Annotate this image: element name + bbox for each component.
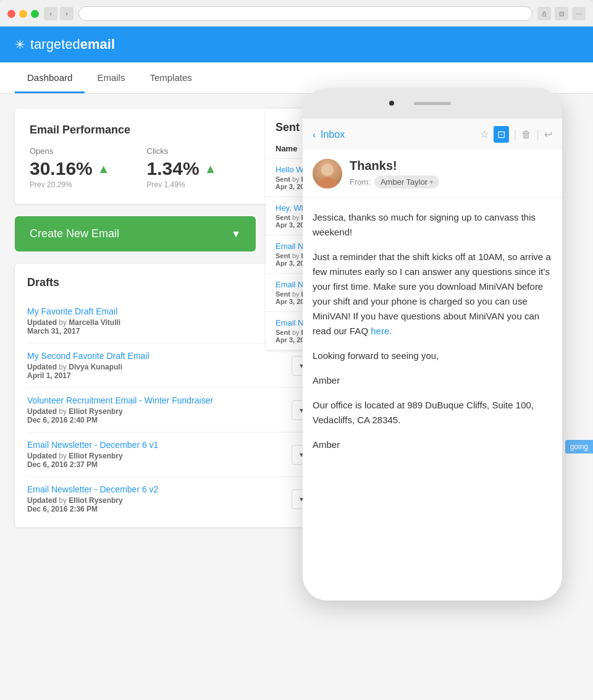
browser-nav-buttons: ‹ ›	[44, 7, 74, 20]
draft-item-info: My Favorite Draft Email Updated by Marce…	[27, 306, 292, 335]
faq-link[interactable]: here.	[371, 326, 392, 336]
clicks-value-row: 1.34% ▲	[147, 158, 217, 179]
email-subject: Thanks!	[350, 159, 552, 173]
draft-author: Elliot Rysenbry	[69, 452, 122, 460]
draft-item-name[interactable]: Email Newsletter - December 6 v2	[27, 484, 292, 494]
draft-author: Divya Kunapuli	[69, 363, 122, 371]
email-body-para-5: Our office is located at 989 DuBuque Cli…	[313, 398, 552, 428]
phone-top	[303, 88, 562, 119]
draft-item-meta: Updated by Elliot Rysenbry Dec 6, 2016 2…	[27, 452, 292, 469]
from-label: From:	[350, 177, 371, 187]
email-body-para-1: Jessica, thanks so much for signing up t…	[313, 210, 552, 240]
updated-label: Updated	[27, 363, 57, 371]
copy-icon[interactable]: ⊡	[494, 126, 509, 143]
clicks-metric: Clicks 1.34% ▲ Prev 1.49%	[147, 146, 217, 189]
browser-window-button[interactable]: ⊡	[555, 7, 568, 20]
from-badge-dropdown-icon: ▾	[430, 179, 433, 185]
browser-menu-button[interactable]: ⋯	[572, 7, 586, 20]
close-traffic-light[interactable]	[7, 10, 15, 18]
email-header-bar: ‹ Inbox ☆ ⊡ | 🗑 | ↩	[303, 119, 562, 150]
email-body: Jessica, thanks so much for signing up t…	[303, 198, 562, 474]
draft-item-name[interactable]: Email Newsletter - December 6 v1	[27, 440, 292, 450]
draft-author: Elliot Rysenbry	[69, 407, 122, 416]
email-body-text-2: Just a reminder that the shift kicks off…	[313, 251, 551, 336]
avatar-image	[313, 159, 342, 188]
action-divider2: |	[536, 128, 539, 141]
create-new-email-button[interactable]: Create New Email ▼	[15, 216, 256, 251]
draft-date: March 31, 2017	[27, 327, 80, 335]
minimize-traffic-light[interactable]	[19, 10, 27, 18]
tab-dashboard[interactable]: Dashboard	[15, 62, 85, 93]
phone-mockup: ‹ Inbox ☆ ⊡ | 🗑 | ↩	[303, 88, 562, 601]
draft-item-meta: Updated by Marcella Vitulli March 31, 20…	[27, 318, 292, 335]
inbox-back-icon[interactable]: ‹	[313, 129, 316, 140]
draft-item-meta: Updated by Divya Kunapuli April 1, 2017	[27, 363, 292, 380]
draft-item-name[interactable]: My Second Favorite Draft Email	[27, 351, 292, 361]
draft-author: Elliot Rysenbry	[69, 496, 122, 505]
updated-label: Updated	[27, 318, 57, 327]
browser-chrome: ‹ › ⎙ ⊡ ⋯	[0, 0, 593, 27]
email-body-para-2: Just a reminder that the shift kicks off…	[313, 250, 552, 339]
draft-author: Marcella Vitulli	[69, 318, 120, 327]
draft-date: Dec 6, 2016 2:37 PM	[27, 460, 98, 469]
opens-label: Opens	[30, 146, 110, 156]
clicks-prev: Prev 1.49%	[147, 180, 217, 189]
going-label: going	[565, 440, 593, 453]
address-bar[interactable]	[78, 6, 532, 21]
app-header: ✳ targetedemail	[0, 27, 593, 62]
draft-date: Dec 6, 2016 2:40 PM	[27, 416, 98, 424]
email-body-para-4: Amber	[313, 373, 552, 388]
from-row: From: Amber Taylor ▾	[350, 175, 552, 188]
trash-icon[interactable]: 🗑	[521, 129, 531, 140]
updated-label: Updated	[27, 407, 57, 416]
sent-label: Sent	[275, 329, 290, 336]
draft-item: Email Newsletter - December 6 v2 Updated…	[27, 477, 311, 521]
reply-icon[interactable]: ↩	[544, 129, 552, 140]
browser-back-button[interactable]: ‹	[44, 7, 57, 20]
logo-text-prefix: targeted	[30, 36, 80, 52]
sent-label: Sent	[275, 175, 290, 183]
draft-item-info: Email Newsletter - December 6 v1 Updated…	[27, 440, 292, 469]
draft-date: Dec 6, 2016 2:36 PM	[27, 505, 98, 513]
logo-text: targetedemail	[30, 36, 115, 53]
avatar	[313, 159, 342, 188]
star-icon[interactable]: ☆	[480, 129, 489, 140]
drafts-title: Drafts	[27, 276, 59, 289]
phone-camera-icon	[389, 101, 394, 106]
opens-metric: Opens 30.16% ▲ Prev 20.29%	[30, 146, 110, 189]
from-name: Amber Taylor	[381, 177, 427, 187]
email-subject-from: Thanks! From: Amber Taylor ▾	[350, 159, 552, 188]
draft-item-info: Email Newsletter - December 6 v2 Updated…	[27, 484, 292, 513]
email-sender-row: Thanks! From: Amber Taylor ▾	[303, 150, 562, 198]
phone-speaker	[414, 102, 451, 105]
opens-value: 30.16%	[30, 158, 93, 179]
updated-label: Updated	[27, 496, 57, 505]
tab-emails[interactable]: Emails	[85, 62, 137, 93]
logo: ✳ targetedemail	[15, 36, 115, 53]
draft-item-name[interactable]: My Favorite Draft Email	[27, 306, 292, 316]
from-name-badge[interactable]: Amber Taylor ▾	[374, 175, 439, 188]
draft-item-meta: Updated by Elliot Rysenbry Dec 6, 2016 2…	[27, 407, 292, 424]
logo-icon: ✳	[15, 37, 25, 52]
opens-trend-icon: ▲	[98, 162, 110, 176]
phone-screen: ‹ Inbox ☆ ⊡ | 🗑 | ↩	[303, 119, 562, 601]
traffic-lights	[7, 10, 39, 18]
draft-item-info: Volunteer Recruitment Email - Winter Fun…	[27, 395, 292, 424]
maximize-traffic-light[interactable]	[31, 10, 39, 18]
draft-item-info: My Second Favorite Draft Email Updated b…	[27, 351, 292, 380]
clicks-value: 1.34%	[147, 158, 200, 179]
create-btn-label: Create New Email	[30, 227, 119, 240]
clicks-trend-icon: ▲	[204, 162, 217, 176]
opens-value-row: 30.16% ▲	[30, 158, 110, 179]
inbox-label[interactable]: Inbox	[321, 129, 345, 140]
browser-share-button[interactable]: ⎙	[537, 7, 551, 20]
browser-action-buttons: ⎙ ⊡ ⋯	[537, 7, 586, 20]
create-btn-dropdown-icon: ▼	[231, 229, 241, 240]
tab-templates[interactable]: Templates	[137, 62, 204, 93]
draft-item-name[interactable]: Volunteer Recruitment Email - Winter Fun…	[27, 395, 292, 405]
email-body-para-3: Looking forward to seeing you,	[313, 348, 552, 363]
updated-label: Updated	[27, 452, 57, 460]
action-divider: |	[514, 128, 517, 141]
draft-item: Volunteer Recruitment Email - Winter Fun…	[27, 388, 311, 432]
browser-forward-button[interactable]: ›	[60, 7, 74, 20]
